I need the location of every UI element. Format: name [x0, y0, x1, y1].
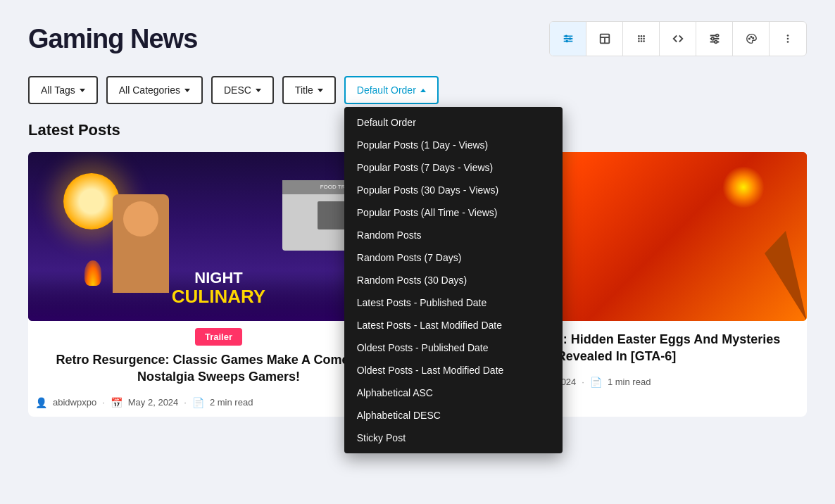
dropdown-item-10[interactable]: Oldest Posts - Published Date — [344, 336, 563, 359]
svg-point-28 — [787, 38, 789, 40]
order-filter-label: DESC — [224, 84, 251, 96]
svg-point-21 — [715, 34, 718, 37]
svg-point-27 — [787, 34, 789, 37]
title-chevron-icon — [318, 89, 323, 92]
dropdown-item-0[interactable]: Default Order — [344, 111, 563, 134]
dropdown-item-6[interactable]: Random Posts (7 Days) — [344, 246, 563, 269]
dropdown-item-11[interactable]: Oldest Posts - Last Modified Date — [344, 359, 563, 382]
dropdown-item-14[interactable]: Sticky Post — [344, 427, 563, 449]
read-0: 2 min read — [210, 397, 253, 408]
svg-point-12 — [638, 38, 640, 40]
filter-row: All Tags All Categories DESC Title Defau… — [28, 76, 807, 104]
site-title: Gaming News — [28, 24, 197, 54]
grid-toolbar-btn[interactable] — [623, 22, 660, 56]
palette-toolbar-btn[interactable] — [733, 22, 770, 56]
svg-point-11 — [643, 35, 645, 37]
dropdown-item-5[interactable]: Random Posts — [344, 224, 563, 246]
read-1: 1 min read — [608, 377, 651, 387]
dropdown-item-13[interactable]: Alphabetical DESC — [344, 404, 563, 427]
default-order-filter-btn[interactable]: Default Order — [344, 76, 439, 104]
author-0: abidwpxpo — [53, 397, 96, 408]
svg-point-10 — [640, 35, 642, 37]
read-icon-1: 📄 — [590, 377, 602, 388]
svg-point-15 — [638, 40, 640, 42]
svg-point-26 — [752, 37, 753, 39]
tags-chevron-icon — [80, 89, 85, 92]
thumb-text-0: NIGHT CULINARY — [172, 270, 265, 307]
dot-2-1: · — [582, 377, 584, 387]
svg-point-23 — [715, 41, 717, 44]
cal-icon-0: 📅 — [111, 397, 123, 408]
default-order-label: Default Order — [357, 84, 416, 96]
equalizer-toolbar-btn[interactable] — [696, 22, 733, 56]
dropdown-item-1[interactable]: Popular Posts (1 Day - Views) — [344, 134, 563, 156]
categories-filter-btn[interactable]: All Categories — [106, 76, 203, 104]
tags-filter-btn[interactable]: All Tags — [28, 76, 98, 104]
svg-point-3 — [565, 35, 567, 38]
svg-point-9 — [638, 35, 640, 37]
date-0: May 2, 2024 — [128, 397, 179, 408]
svg-point-29 — [787, 41, 789, 43]
arrows-toolbar-btn[interactable] — [660, 22, 696, 56]
svg-point-17 — [643, 40, 645, 42]
layout-toolbar-btn[interactable] — [586, 22, 623, 56]
order-filter-btn[interactable]: DESC — [211, 76, 274, 104]
dropdown-item-3[interactable]: Popular Posts (30 Days - Views) — [344, 179, 563, 201]
title-filter-btn[interactable]: Title — [282, 76, 336, 104]
post-tag-0[interactable]: Trailer — [195, 328, 242, 346]
dropdown-item-2[interactable]: Popular Posts (7 Days - Views) — [344, 156, 563, 179]
dropdown-item-12[interactable]: Alphabetical ASC — [344, 382, 563, 404]
svg-point-13 — [640, 38, 642, 40]
svg-point-24 — [748, 38, 750, 39]
order-dropdown-menu: Default Order Popular Posts (1 Day - Vie… — [344, 107, 563, 453]
svg-point-22 — [711, 37, 714, 40]
dropdown-item-8[interactable]: Latest Posts - Published Date — [344, 291, 563, 314]
dropdown-item-9[interactable]: Latest Posts - Last Modified Date — [344, 314, 563, 336]
svg-point-4 — [568, 37, 571, 40]
dot-1-0: · — [102, 397, 105, 408]
author-icon-0: 👤 — [35, 397, 47, 408]
dropdown-item-4[interactable]: Popular Posts (All Time - Views) — [344, 201, 563, 224]
dropdown-item-7[interactable]: Random Posts (30 Days) — [344, 269, 563, 291]
default-order-container: Default Order Default Order Popular Post… — [344, 76, 439, 104]
categories-chevron-icon — [184, 89, 190, 92]
read-icon-0: 📄 — [192, 397, 204, 408]
order-chevron-icon — [256, 89, 261, 92]
filter-toolbar-btn[interactable] — [550, 22, 586, 56]
more-toolbar-btn[interactable] — [770, 22, 806, 56]
dot-2-0: · — [184, 397, 187, 408]
svg-point-5 — [565, 40, 568, 43]
tags-filter-label: All Tags — [41, 84, 75, 96]
svg-point-14 — [643, 38, 645, 40]
categories-filter-label: All Categories — [119, 84, 180, 96]
header-row: Gaming News — [28, 21, 807, 56]
svg-point-16 — [640, 40, 642, 42]
svg-point-25 — [751, 36, 752, 37]
default-order-chevron-icon — [420, 89, 426, 92]
title-filter-label: Title — [295, 84, 313, 96]
toolbar — [549, 21, 807, 56]
